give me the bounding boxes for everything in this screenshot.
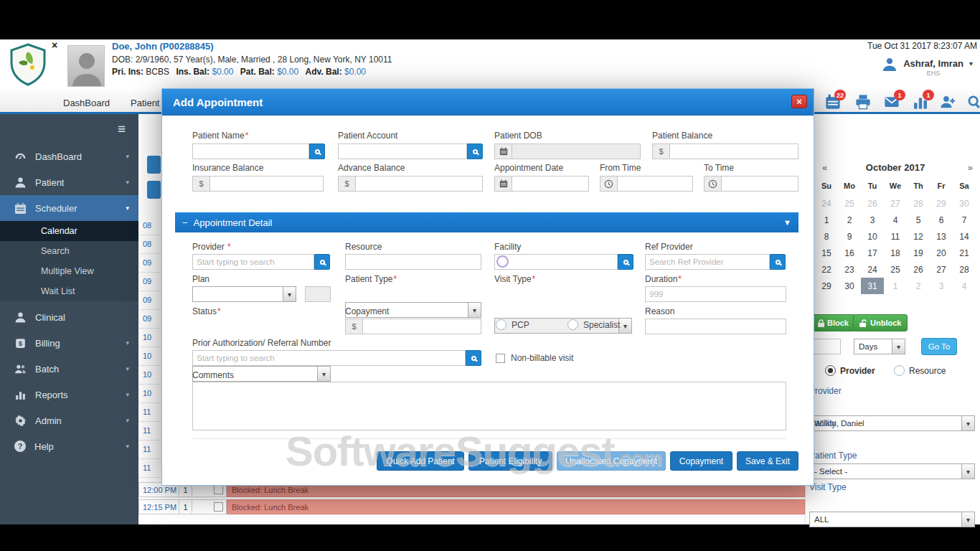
sidebar-item-reports[interactable]: Reports ▾ bbox=[0, 382, 138, 408]
calendar-day[interactable]: 3 bbox=[930, 278, 953, 294]
tab-dashboard[interactable]: DashBoard bbox=[56, 95, 117, 111]
sidebar-item-patient[interactable]: Patient ▾ bbox=[0, 169, 138, 195]
calendar-day[interactable]: 7 bbox=[953, 212, 976, 228]
global-search-icon[interactable] bbox=[966, 94, 980, 110]
calendar-day[interactable]: 4 bbox=[884, 212, 907, 228]
calendar-day[interactable]: 28 bbox=[907, 195, 930, 212]
comments-textarea[interactable] bbox=[192, 382, 786, 430]
calendar-addon-icon[interactable] bbox=[494, 176, 512, 192]
unallocated-copayment-button[interactable]: Unallocated Copayment bbox=[557, 451, 666, 471]
calendar-day[interactable]: 22 bbox=[815, 261, 838, 278]
sidebar-item-batch[interactable]: Batch ▾ bbox=[0, 356, 138, 382]
facility-filter-select[interactable]: - Select - bbox=[809, 463, 975, 479]
calendar-day[interactable]: 30 bbox=[838, 278, 861, 294]
clock-addon-icon[interactable] bbox=[600, 176, 617, 192]
insurance-balance-input[interactable] bbox=[209, 176, 324, 192]
view-resource-option[interactable]: Resource bbox=[894, 365, 946, 376]
view-provider-option[interactable]: Provider bbox=[825, 365, 875, 376]
calendar-day[interactable]: 5 bbox=[907, 212, 930, 228]
prior-auth-input[interactable] bbox=[192, 350, 466, 366]
calendar-day[interactable]: 19 bbox=[907, 245, 930, 261]
quick-add-patient-button[interactable]: Quick Add Patient bbox=[377, 451, 464, 471]
plan-aux-input[interactable] bbox=[305, 286, 331, 302]
calendar-day[interactable]: 2 bbox=[838, 212, 861, 228]
calendar-day[interactable]: 12 bbox=[907, 228, 930, 245]
calendar-day[interactable]: 13 bbox=[930, 228, 953, 245]
pcp-radio[interactable] bbox=[496, 319, 507, 330]
facility-input[interactable] bbox=[494, 254, 618, 270]
calendar-day[interactable]: 26 bbox=[907, 261, 930, 278]
patient-account-input[interactable] bbox=[338, 143, 467, 159]
create-button-fragment[interactable] bbox=[147, 156, 161, 174]
calendar-day[interactable]: 30 bbox=[953, 195, 976, 212]
calendar-day[interactable]: 27 bbox=[930, 261, 953, 278]
sidebar-item-clinical[interactable]: Clinical bbox=[0, 304, 138, 330]
advance-balance-input[interactable] bbox=[355, 176, 483, 192]
provider-input[interactable] bbox=[192, 254, 314, 270]
pcp-option[interactable]: PCP bbox=[496, 319, 529, 330]
block-button[interactable]: Block bbox=[811, 314, 855, 331]
patient-type-filter-select[interactable]: ALL bbox=[809, 512, 975, 527]
non-billable-checkbox[interactable] bbox=[496, 354, 505, 363]
calendar-day[interactable]: 21 bbox=[953, 245, 976, 261]
specialist-radio[interactable] bbox=[567, 319, 578, 330]
calendar-day[interactable]: 29 bbox=[930, 195, 953, 212]
section-caret-icon[interactable]: ▼ bbox=[783, 218, 791, 227]
sidebar-item-scheduler[interactable]: Scheduler ▾ bbox=[0, 195, 138, 221]
calendar-day[interactable]: 29 bbox=[815, 278, 838, 294]
calendar-day[interactable]: 1 bbox=[815, 212, 838, 228]
appointment-detail-section-header[interactable]: − Appointment Detail ▼ bbox=[175, 212, 798, 232]
period-unit-select[interactable]: Days bbox=[854, 339, 905, 354]
calendar-day[interactable]: 25 bbox=[838, 195, 861, 212]
sidebar-item-help[interactable]: ? Help ▾ bbox=[0, 433, 138, 459]
user-caret-icon[interactable]: ▾ bbox=[969, 60, 973, 67]
patient-account-search-button[interactable] bbox=[467, 143, 483, 159]
ref-provider-search-button[interactable] bbox=[770, 254, 786, 270]
sidebar-subitem-search[interactable]: Search bbox=[0, 241, 138, 261]
calendar-day[interactable]: 24 bbox=[861, 261, 884, 278]
copayment-input[interactable] bbox=[362, 319, 481, 334]
blocked-slot[interactable]: Blocked: Lunch Break bbox=[227, 499, 805, 514]
user-menu[interactable]: Ashraf, Imran EHS ▾ bbox=[882, 57, 973, 77]
patient-dob-input[interactable] bbox=[512, 143, 641, 159]
sidebar-subitem-multiple-view[interactable]: Multiple View bbox=[0, 261, 138, 281]
prior-auth-search-button[interactable] bbox=[466, 350, 481, 366]
reason-input[interactable] bbox=[645, 319, 786, 334]
calendar-day[interactable]: 6 bbox=[930, 212, 953, 228]
calendar-day[interactable]: 24 bbox=[815, 195, 838, 212]
modal-close-button[interactable]: × bbox=[791, 95, 807, 108]
calendar-day[interactable]: 15 bbox=[815, 245, 838, 261]
calendar-addon-icon[interactable] bbox=[494, 143, 512, 159]
calendar-day[interactable]: 16 bbox=[838, 245, 861, 261]
clock-addon-icon[interactable] bbox=[704, 176, 721, 192]
calendar-day[interactable]: 27 bbox=[884, 195, 907, 212]
appointment-date-input[interactable] bbox=[512, 176, 589, 192]
provider-search-button[interactable] bbox=[314, 254, 330, 270]
calendar-day[interactable]: 10 bbox=[861, 228, 884, 245]
calendar-day[interactable]: 17 bbox=[861, 245, 884, 261]
plan-select[interactable] bbox=[192, 286, 296, 302]
calendar-day[interactable]: 8 bbox=[815, 228, 838, 245]
menu-icon[interactable]: ≡ bbox=[0, 114, 138, 143]
calendar-day[interactable]: 4 bbox=[953, 278, 976, 294]
save-exit-button[interactable]: Save & Exit bbox=[737, 451, 798, 471]
ref-provider-input[interactable] bbox=[645, 254, 770, 270]
patient-eligibility-button[interactable]: Patient Eligibility bbox=[468, 451, 552, 471]
calendar-day[interactable]: 26 bbox=[861, 195, 884, 212]
to-time-input[interactable] bbox=[721, 176, 798, 192]
calendar-day-selected[interactable]: 31 bbox=[861, 278, 884, 294]
goto-button[interactable]: Go To bbox=[921, 338, 957, 355]
row-checkbox[interactable] bbox=[214, 502, 223, 512]
collapse-icon[interactable]: − bbox=[182, 217, 188, 228]
sidebar-subitem-calendar[interactable]: Calendar bbox=[0, 221, 138, 241]
from-time-input[interactable] bbox=[617, 176, 693, 192]
duration-input[interactable] bbox=[645, 286, 786, 302]
calendar-day[interactable]: 14 bbox=[953, 228, 976, 245]
specialist-option[interactable]: Specialist bbox=[567, 319, 620, 330]
print-icon[interactable] bbox=[855, 94, 871, 110]
calendar-day[interactable]: 28 bbox=[953, 261, 976, 278]
patient-name[interactable]: Doe, John (P00288845) bbox=[112, 41, 214, 52]
calendar-day[interactable]: 3 bbox=[861, 212, 884, 228]
calendar-day[interactable]: 11 bbox=[884, 228, 907, 245]
calendar-day[interactable]: 1 bbox=[884, 278, 907, 294]
